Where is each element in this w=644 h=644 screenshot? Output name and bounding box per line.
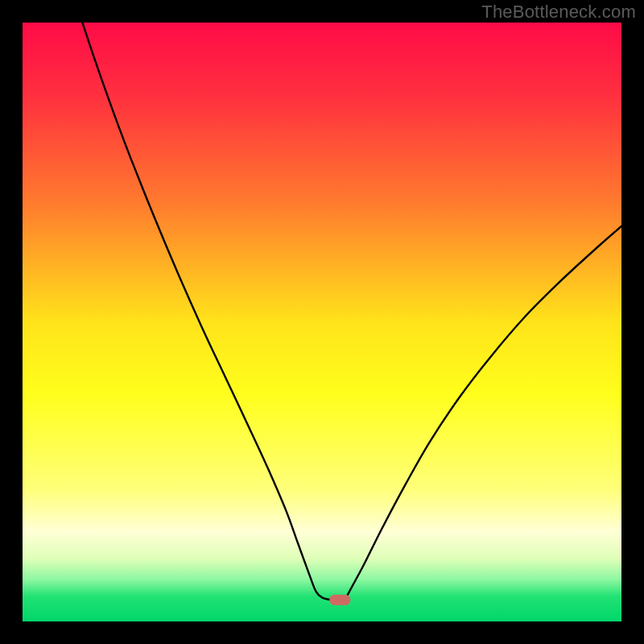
watermark-text: TheBottleneck.com	[481, 2, 636, 23]
gradient-background	[23, 23, 621, 621]
chart-container: TheBottleneck.com	[0, 0, 644, 644]
chart-svg	[23, 23, 621, 621]
plot-area	[23, 23, 621, 621]
optimal-point-marker	[329, 595, 350, 605]
